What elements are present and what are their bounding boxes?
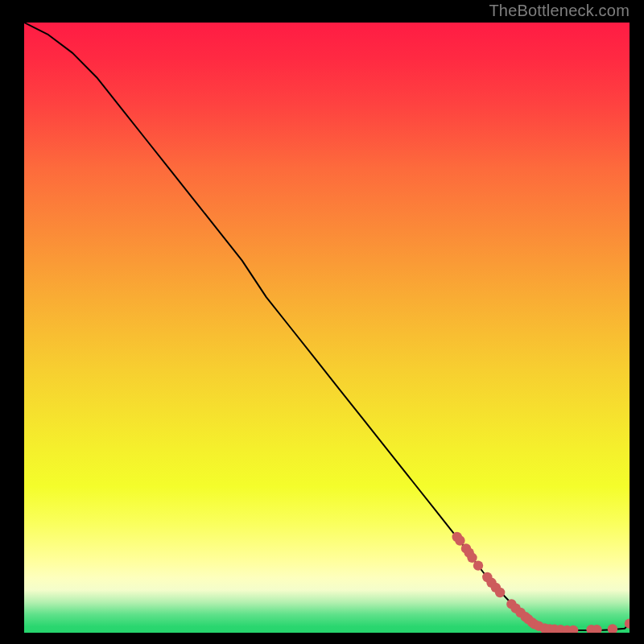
plot-area <box>24 23 630 633</box>
scatter-dots <box>452 532 630 633</box>
chart-svg <box>24 23 630 633</box>
data-point <box>467 553 477 563</box>
page-root: TheBottleneck.com <box>0 0 644 644</box>
data-point <box>455 535 464 545</box>
data-point <box>608 624 617 633</box>
attribution-text: TheBottleneck.com <box>489 2 630 20</box>
main-curve <box>24 23 630 630</box>
data-point <box>473 560 483 570</box>
data-point <box>495 588 505 597</box>
